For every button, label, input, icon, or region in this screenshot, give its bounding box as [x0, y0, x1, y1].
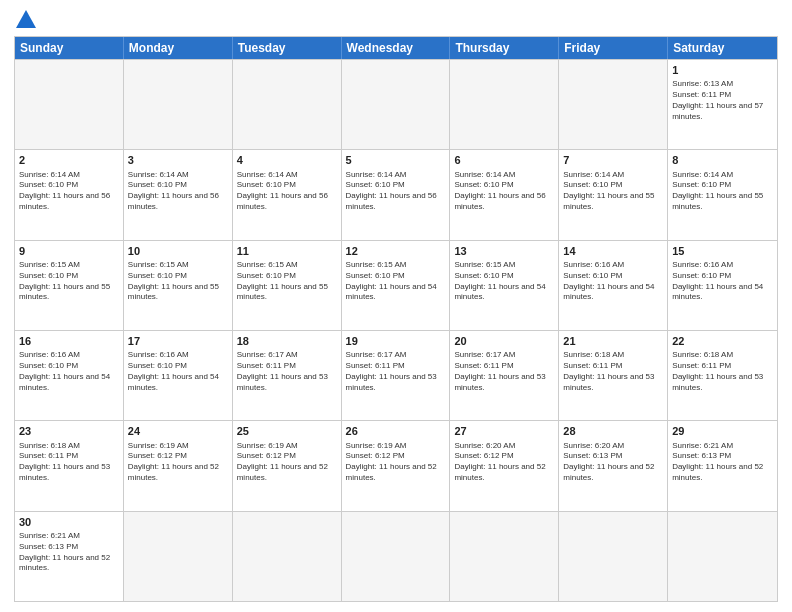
table-row: 30Sunrise: 6:21 AMSunset: 6:13 PMDayligh…: [15, 512, 124, 601]
cell-sun-info: Sunrise: 6:13 AMSunset: 6:11 PMDaylight:…: [672, 79, 773, 122]
cell-sun-info: Sunrise: 6:19 AMSunset: 6:12 PMDaylight:…: [128, 441, 228, 484]
cell-day-number: 19: [346, 334, 446, 348]
table-row: 6Sunrise: 6:14 AMSunset: 6:10 PMDaylight…: [450, 150, 559, 239]
table-row: 13Sunrise: 6:15 AMSunset: 6:10 PMDayligh…: [450, 241, 559, 330]
cell-day-number: 21: [563, 334, 663, 348]
table-row: [342, 60, 451, 149]
table-row: 4Sunrise: 6:14 AMSunset: 6:10 PMDaylight…: [233, 150, 342, 239]
table-row: 17Sunrise: 6:16 AMSunset: 6:10 PMDayligh…: [124, 331, 233, 420]
table-row: 15Sunrise: 6:16 AMSunset: 6:10 PMDayligh…: [668, 241, 777, 330]
table-row: 12Sunrise: 6:15 AMSunset: 6:10 PMDayligh…: [342, 241, 451, 330]
table-row: [450, 60, 559, 149]
cell-day-number: 28: [563, 424, 663, 438]
header-monday: Monday: [124, 37, 233, 59]
cell-sun-info: Sunrise: 6:14 AMSunset: 6:10 PMDaylight:…: [346, 170, 446, 213]
cell-day-number: 3: [128, 153, 228, 167]
header-sunday: Sunday: [15, 37, 124, 59]
table-row: 3Sunrise: 6:14 AMSunset: 6:10 PMDaylight…: [124, 150, 233, 239]
cell-day-number: 5: [346, 153, 446, 167]
table-row: [124, 60, 233, 149]
cell-sun-info: Sunrise: 6:17 AMSunset: 6:11 PMDaylight:…: [346, 350, 446, 393]
cell-day-number: 29: [672, 424, 773, 438]
cell-day-number: 25: [237, 424, 337, 438]
table-row: 19Sunrise: 6:17 AMSunset: 6:11 PMDayligh…: [342, 331, 451, 420]
logo-triangle-icon: [16, 10, 36, 28]
table-row: 7Sunrise: 6:14 AMSunset: 6:10 PMDaylight…: [559, 150, 668, 239]
table-row: [559, 60, 668, 149]
table-row: 27Sunrise: 6:20 AMSunset: 6:12 PMDayligh…: [450, 421, 559, 510]
cell-sun-info: Sunrise: 6:17 AMSunset: 6:11 PMDaylight:…: [454, 350, 554, 393]
header-thursday: Thursday: [450, 37, 559, 59]
table-row: 23Sunrise: 6:18 AMSunset: 6:11 PMDayligh…: [15, 421, 124, 510]
cell-sun-info: Sunrise: 6:18 AMSunset: 6:11 PMDaylight:…: [672, 350, 773, 393]
week-1: 1Sunrise: 6:13 AMSunset: 6:11 PMDaylight…: [15, 59, 777, 149]
cell-sun-info: Sunrise: 6:19 AMSunset: 6:12 PMDaylight:…: [346, 441, 446, 484]
table-row: 8Sunrise: 6:14 AMSunset: 6:10 PMDaylight…: [668, 150, 777, 239]
table-row: [233, 512, 342, 601]
cell-day-number: 12: [346, 244, 446, 258]
cell-day-number: 13: [454, 244, 554, 258]
table-row: [450, 512, 559, 601]
cell-sun-info: Sunrise: 6:15 AMSunset: 6:10 PMDaylight:…: [454, 260, 554, 303]
cell-day-number: 30: [19, 515, 119, 529]
cell-sun-info: Sunrise: 6:16 AMSunset: 6:10 PMDaylight:…: [563, 260, 663, 303]
table-row: [668, 512, 777, 601]
cell-day-number: 11: [237, 244, 337, 258]
cell-sun-info: Sunrise: 6:16 AMSunset: 6:10 PMDaylight:…: [19, 350, 119, 393]
cell-day-number: 22: [672, 334, 773, 348]
cell-day-number: 26: [346, 424, 446, 438]
logo-icon: [14, 10, 36, 30]
cell-sun-info: Sunrise: 6:19 AMSunset: 6:12 PMDaylight:…: [237, 441, 337, 484]
header-saturday: Saturday: [668, 37, 777, 59]
cell-day-number: 18: [237, 334, 337, 348]
cell-day-number: 9: [19, 244, 119, 258]
page: Sunday Monday Tuesday Wednesday Thursday…: [0, 0, 792, 612]
calendar-body: 1Sunrise: 6:13 AMSunset: 6:11 PMDaylight…: [15, 59, 777, 601]
header-friday: Friday: [559, 37, 668, 59]
cell-sun-info: Sunrise: 6:21 AMSunset: 6:13 PMDaylight:…: [19, 531, 119, 574]
cell-sun-info: Sunrise: 6:14 AMSunset: 6:10 PMDaylight:…: [128, 170, 228, 213]
cell-sun-info: Sunrise: 6:20 AMSunset: 6:13 PMDaylight:…: [563, 441, 663, 484]
cell-sun-info: Sunrise: 6:14 AMSunset: 6:10 PMDaylight:…: [237, 170, 337, 213]
cell-sun-info: Sunrise: 6:16 AMSunset: 6:10 PMDaylight:…: [672, 260, 773, 303]
table-row: 24Sunrise: 6:19 AMSunset: 6:12 PMDayligh…: [124, 421, 233, 510]
cell-day-number: 20: [454, 334, 554, 348]
cell-sun-info: Sunrise: 6:14 AMSunset: 6:10 PMDaylight:…: [672, 170, 773, 213]
calendar: Sunday Monday Tuesday Wednesday Thursday…: [14, 36, 778, 602]
cell-day-number: 8: [672, 153, 773, 167]
cell-day-number: 7: [563, 153, 663, 167]
header: [14, 10, 778, 30]
table-row: 21Sunrise: 6:18 AMSunset: 6:11 PMDayligh…: [559, 331, 668, 420]
cell-day-number: 27: [454, 424, 554, 438]
table-row: 26Sunrise: 6:19 AMSunset: 6:12 PMDayligh…: [342, 421, 451, 510]
logo-text: [14, 10, 36, 30]
cell-sun-info: Sunrise: 6:15 AMSunset: 6:10 PMDaylight:…: [19, 260, 119, 303]
table-row: 2Sunrise: 6:14 AMSunset: 6:10 PMDaylight…: [15, 150, 124, 239]
header-wednesday: Wednesday: [342, 37, 451, 59]
cell-sun-info: Sunrise: 6:17 AMSunset: 6:11 PMDaylight:…: [237, 350, 337, 393]
cell-sun-info: Sunrise: 6:15 AMSunset: 6:10 PMDaylight:…: [128, 260, 228, 303]
cell-sun-info: Sunrise: 6:21 AMSunset: 6:13 PMDaylight:…: [672, 441, 773, 484]
table-row: 1Sunrise: 6:13 AMSunset: 6:11 PMDaylight…: [668, 60, 777, 149]
cell-sun-info: Sunrise: 6:15 AMSunset: 6:10 PMDaylight:…: [237, 260, 337, 303]
table-row: 10Sunrise: 6:15 AMSunset: 6:10 PMDayligh…: [124, 241, 233, 330]
table-row: 25Sunrise: 6:19 AMSunset: 6:12 PMDayligh…: [233, 421, 342, 510]
cell-sun-info: Sunrise: 6:14 AMSunset: 6:10 PMDaylight:…: [454, 170, 554, 213]
week-3: 9Sunrise: 6:15 AMSunset: 6:10 PMDaylight…: [15, 240, 777, 330]
cell-day-number: 24: [128, 424, 228, 438]
table-row: [124, 512, 233, 601]
cell-day-number: 14: [563, 244, 663, 258]
cell-day-number: 23: [19, 424, 119, 438]
cell-day-number: 16: [19, 334, 119, 348]
cell-day-number: 4: [237, 153, 337, 167]
table-row: 20Sunrise: 6:17 AMSunset: 6:11 PMDayligh…: [450, 331, 559, 420]
week-4: 16Sunrise: 6:16 AMSunset: 6:10 PMDayligh…: [15, 330, 777, 420]
cell-day-number: 17: [128, 334, 228, 348]
table-row: [233, 60, 342, 149]
table-row: 22Sunrise: 6:18 AMSunset: 6:11 PMDayligh…: [668, 331, 777, 420]
week-6: 30Sunrise: 6:21 AMSunset: 6:13 PMDayligh…: [15, 511, 777, 601]
cell-day-number: 6: [454, 153, 554, 167]
table-row: 9Sunrise: 6:15 AMSunset: 6:10 PMDaylight…: [15, 241, 124, 330]
calendar-header: Sunday Monday Tuesday Wednesday Thursday…: [15, 37, 777, 59]
header-tuesday: Tuesday: [233, 37, 342, 59]
